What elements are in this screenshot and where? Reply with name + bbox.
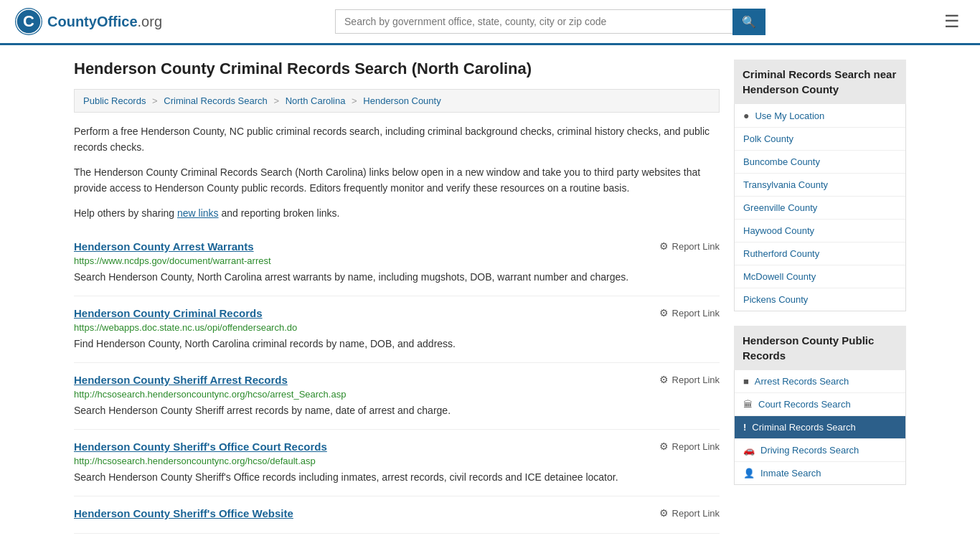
record-title[interactable]: Henderson County Criminal Records (74, 307, 263, 319)
report-icon: ⚙ (659, 374, 669, 385)
report-icon: ⚙ (659, 441, 669, 452)
record-item: Henderson County Arrest Warrants ⚙ Repor… (74, 230, 720, 296)
location-icon: ● (743, 110, 749, 121)
logo-area: C CountyOffice.org (14, 7, 162, 36)
sidebar-pub-item-court[interactable]: 🏛 Court Records Search (735, 393, 905, 416)
record-url: https://webapps.doc.state.nc.us/opi/offe… (74, 322, 720, 333)
sidebar-pub-item-driving[interactable]: 🚗 Driving Records Search (735, 439, 905, 462)
driving-icon: 🚗 (743, 445, 755, 456)
criminal-records-link[interactable]: Criminal Records Search (752, 422, 856, 433)
nearby-county-link[interactable]: Pickens County (743, 294, 808, 305)
desc3-prefix: Help others by sharing (74, 207, 177, 219)
report-link[interactable]: ⚙ Report Link (659, 507, 720, 519)
search-button[interactable]: 🔍 (732, 9, 765, 35)
new-links-link[interactable]: new links (177, 207, 219, 219)
sidebar-link-item[interactable]: Pickens County (735, 288, 905, 311)
record-item: Henderson County Sheriff Arrest Records … (74, 363, 720, 430)
breadcrumb-public-records[interactable]: Public Records (83, 95, 146, 106)
breadcrumb-criminal-records[interactable]: Criminal Records Search (164, 95, 268, 106)
breadcrumb-sep-3: > (352, 95, 357, 106)
report-icon: ⚙ (659, 307, 669, 319)
breadcrumb-henderson-county[interactable]: Henderson County (363, 95, 440, 106)
report-label: Report Link (672, 441, 720, 452)
record-desc: Find Henderson County, North Carolina cr… (74, 336, 720, 352)
sidebar-public-records-section: Henderson County Public Records ■ Arrest… (734, 326, 906, 485)
breadcrumb-sep-2: > (273, 95, 279, 106)
sidebar-link-item[interactable]: Haywood County (735, 220, 905, 242)
record-item: Henderson County Criminal Records ⚙ Repo… (74, 296, 720, 363)
record-item: Henderson County Sheriff's Office Websit… (74, 496, 720, 534)
report-link[interactable]: ⚙ Report Link (659, 240, 720, 252)
nearby-county-link[interactable]: Buncombe County (743, 156, 820, 167)
court-records-link[interactable]: Court Records Search (758, 399, 851, 410)
arrest-records-link[interactable]: Arrest Records Search (755, 376, 849, 387)
sidebar-pub-item-arrest[interactable]: ■ Arrest Records Search (735, 370, 905, 393)
record-item: Henderson County Sheriff's Office Court … (74, 430, 720, 496)
arrest-icon: ■ (743, 376, 749, 387)
inmate-icon: 👤 (743, 468, 755, 479)
page-title: Henderson County Criminal Records Search… (74, 60, 720, 78)
sidebar-use-location[interactable]: ● Use My Location (735, 104, 905, 128)
sidebar-pub-item-criminal[interactable]: ! Criminal Records Search (735, 416, 905, 439)
breadcrumb-north-carolina[interactable]: North Carolina (286, 95, 346, 106)
description-1: Perform a free Henderson County, NC publ… (74, 123, 720, 156)
menu-button[interactable]: ☰ (938, 9, 966, 34)
sidebar-link-item[interactable]: Transylvania County (735, 174, 905, 197)
search-input[interactable] (335, 9, 732, 34)
logo-text: CountyOffice.org (47, 14, 162, 30)
record-item-header: Henderson County Criminal Records ⚙ Repo… (74, 307, 720, 319)
record-title[interactable]: Henderson County Sheriff Arrest Records (74, 374, 288, 386)
records-list: Henderson County Arrest Warrants ⚙ Repor… (74, 230, 720, 534)
record-title[interactable]: Henderson County Arrest Warrants (74, 240, 254, 253)
sidebar: Criminal Records Search near Henderson C… (734, 60, 906, 534)
record-title[interactable]: Henderson County Sheriff's Office Websit… (74, 507, 293, 519)
record-desc: Search Henderson County Sheriff's Office… (74, 470, 720, 485)
content-area: Henderson County Criminal Records Search… (74, 60, 720, 534)
report-link[interactable]: ⚙ Report Link (659, 374, 720, 385)
hamburger-icon: ☰ (944, 11, 960, 31)
sidebar-public-records-list: ■ Arrest Records Search 🏛 Court Records … (734, 370, 906, 485)
record-item-header: Henderson County Sheriff Arrest Records … (74, 374, 720, 386)
sidebar-nearby-section: Criminal Records Search near Henderson C… (734, 60, 906, 311)
sidebar-link-item[interactable]: Greenville County (735, 197, 905, 220)
report-label: Report Link (672, 308, 720, 319)
sidebar-link-item[interactable]: Rutherford County (735, 242, 905, 265)
nearby-county-link[interactable]: Rutherford County (743, 248, 819, 259)
logo-icon: C (14, 7, 43, 36)
description-3: Help others by sharing new links and rep… (74, 205, 720, 221)
breadcrumb: Public Records > Criminal Records Search… (74, 89, 720, 113)
record-desc: Search Henderson County, North Carolina … (74, 270, 720, 285)
nearby-county-link[interactable]: McDowell County (743, 271, 816, 282)
sidebar-link-item[interactable]: Buncombe County (735, 151, 905, 174)
record-title[interactable]: Henderson County Sheriff's Office Court … (74, 441, 327, 453)
criminal-icon: ! (743, 422, 746, 433)
sidebar-link-item[interactable]: Polk County (735, 128, 905, 151)
report-label: Report Link (672, 241, 720, 252)
nearby-county-link[interactable]: Greenville County (743, 202, 817, 213)
breadcrumb-sep-1: > (152, 95, 158, 106)
use-location-link[interactable]: Use My Location (755, 110, 824, 121)
sidebar-pub-item-inmate[interactable]: 👤 Inmate Search (735, 462, 905, 484)
report-label: Report Link (672, 375, 720, 385)
nearby-county-link[interactable]: Polk County (743, 133, 793, 144)
report-icon: ⚙ (659, 507, 669, 519)
header: C CountyOffice.org 🔍 ☰ (0, 0, 980, 45)
svg-text:C: C (23, 12, 34, 30)
report-link[interactable]: ⚙ Report Link (659, 441, 720, 452)
report-label: Report Link (672, 508, 720, 519)
nearby-county-link[interactable]: Haywood County (743, 225, 814, 236)
driving-records-link[interactable]: Driving Records Search (760, 445, 859, 456)
nearby-county-link[interactable]: Transylvania County (743, 179, 828, 190)
record-desc: Search Henderson County Sheriff arrest r… (74, 403, 720, 418)
main-layout: Henderson County Criminal Records Search… (60, 45, 920, 548)
description-2: The Henderson County Criminal Records Se… (74, 164, 720, 197)
record-item-header: Henderson County Sheriff's Office Websit… (74, 507, 720, 519)
report-link[interactable]: ⚙ Report Link (659, 307, 720, 319)
search-icon: 🔍 (742, 16, 756, 28)
sidebar-link-item[interactable]: McDowell County (735, 265, 905, 288)
record-url: http://hcsosearch.hendersoncountync.org/… (74, 389, 720, 400)
search-area: 🔍 (335, 9, 765, 35)
record-url: http://hcsosearch.hendersoncountync.org/… (74, 456, 720, 466)
report-icon: ⚙ (659, 240, 669, 252)
inmate-search-link[interactable]: Inmate Search (760, 468, 821, 479)
